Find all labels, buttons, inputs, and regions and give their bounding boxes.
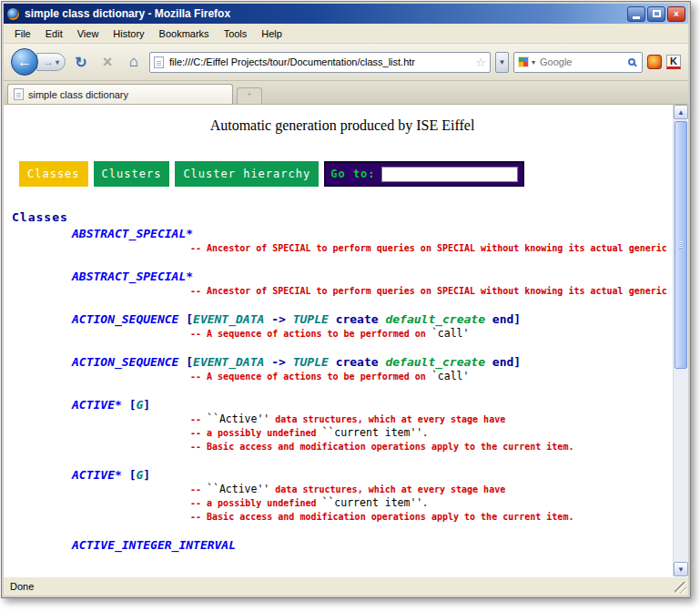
nav-button-classes[interactable]: Classes [19, 161, 88, 187]
code-segment [286, 355, 293, 369]
search-icon[interactable] [628, 58, 635, 66]
tab-simple-class-dictionary[interactable]: simple class dictionary [7, 84, 233, 104]
class-declaration: ACTION_SEQUENCE [EVENT_DATA -> TUPLE cre… [72, 312, 673, 327]
doc-nav-row: ClassesClustersCluster hierarchy Go to: [19, 161, 673, 187]
class-entry: ABSTRACT_SPECIAL*-- Ancestor of SPECIAL … [72, 227, 673, 255]
forward-button[interactable]: →▾ [36, 53, 66, 71]
url-input[interactable] [167, 56, 472, 68]
navigation-toolbar: ← →▾ ↻ × ⌂ ☆ ▼ ▾ K [4, 44, 688, 81]
generation-note: Automatic generation produced by ISE Eif… [12, 117, 673, 134]
code-segment [264, 355, 271, 369]
stop-button[interactable]: × [96, 51, 118, 73]
back-button[interactable]: ← [11, 48, 38, 76]
class-comment: -- Basic access and modification operati… [190, 440, 673, 453]
code-segment: . [422, 498, 428, 508]
code-segment: -- [190, 414, 207, 424]
class-comment: -- A sequence of actions to be performed… [190, 370, 673, 383]
titlebar[interactable]: simple class dictionary - Mozilla Firefo… [4, 4, 688, 24]
menu-history[interactable]: History [106, 25, 151, 42]
status-text: Done [10, 581, 34, 592]
nav-button-clusters[interactable]: Clusters [94, 161, 170, 187]
section-title-classes: Classes [12, 210, 673, 224]
search-engine-dropdown-icon[interactable]: ▾ [532, 58, 535, 66]
search-bar[interactable]: ▾ [513, 52, 643, 73]
vertical-scrollbar[interactable]: ▲ ▼ [673, 105, 688, 576]
minimize-button[interactable] [627, 6, 645, 22]
menu-edit[interactable]: Edit [38, 25, 70, 42]
class-declaration: ACTION_SEQUENCE [EVENT_DATA -> TUPLE cre… [72, 355, 673, 370]
extension-icon-k[interactable]: K [666, 55, 681, 69]
code-segment: ] [143, 398, 150, 412]
refresh-button[interactable]: ↻ [70, 51, 92, 73]
maximize-button[interactable] [647, 6, 665, 22]
class-entry: ACTIVE* [G]-- ``Active'' data structures… [72, 468, 673, 524]
doc-nav-buttons: ClassesClustersCluster hierarchy [19, 161, 319, 187]
code-segment: create [336, 312, 379, 326]
tab-page-icon [14, 88, 24, 100]
class-comment: -- ``Active'' data structures, which at … [190, 412, 673, 426]
home-button[interactable]: ⌂ [123, 51, 145, 73]
resize-grip[interactable] [675, 582, 686, 594]
class-comment: -- a possibly undefined ``current item''… [190, 496, 673, 510]
code-segment [122, 468, 129, 482]
nav-button-cluster-hierarchy[interactable]: Cluster hierarchy [175, 161, 319, 187]
code-segment: ``Active'' [207, 483, 269, 495]
class-link[interactable]: ACTIVE* [72, 398, 122, 412]
status-bar: Done [4, 576, 688, 596]
menu-view[interactable]: View [70, 25, 107, 42]
class-comment: -- ``Active'' data structures, which at … [190, 483, 673, 496]
code-segment: -- a possibly undefined [190, 428, 322, 438]
extension-icon-1[interactable] [647, 55, 662, 69]
menu-bookmarks[interactable]: Bookmarks [152, 25, 217, 42]
scrollbar-track[interactable] [674, 119, 688, 562]
code-segment: -- Ancestor of SPECIAL to perform querie… [190, 286, 667, 296]
content-area: Automatic generation produced by ISE Eif… [4, 105, 688, 576]
close-button[interactable]: × [667, 6, 685, 22]
code-segment: [ [186, 312, 193, 326]
tab-title: simple class dictionary [28, 89, 128, 100]
url-dropdown-button[interactable]: ▼ [495, 52, 509, 73]
class-comment: -- A sequence of actions to be performed… [190, 327, 673, 341]
menu-help[interactable]: Help [254, 25, 289, 42]
new-tab-stub[interactable]: ⁺ [237, 87, 262, 104]
class-declaration: ACTIVE* [G] [72, 468, 673, 483]
history-dropdown-icon[interactable]: ▾ [56, 58, 59, 66]
goto-input[interactable] [381, 167, 518, 182]
code-segment [329, 312, 336, 326]
class-link[interactable]: ABSTRACT_SPECIAL* [72, 227, 193, 240]
class-entry: ABSTRACT_SPECIAL*-- Ancestor of SPECIAL … [72, 270, 673, 298]
class-declaration: ABSTRACT_SPECIAL* [72, 227, 673, 241]
code-segment: ``current item'' [322, 496, 423, 509]
class-link[interactable]: ACTION_SEQUENCE [72, 312, 178, 326]
class-comment: -- Basic access and modification operati… [190, 510, 673, 524]
code-segment: -- A sequence of actions to be performed… [190, 329, 431, 339]
class-link[interactable]: ACTIVE* [72, 468, 122, 482]
code-segment: -- Ancestor of SPECIAL to perform querie… [190, 243, 667, 253]
scrollbar-thumb[interactable] [675, 121, 687, 369]
code-segment: . [422, 428, 428, 438]
firefox-window: simple class dictionary - Mozilla Firefo… [1, 1, 691, 598]
code-segment: -> [271, 312, 286, 326]
address-bar[interactable]: ☆ [149, 52, 491, 73]
bookmark-star-icon[interactable]: ☆ [475, 56, 486, 68]
scroll-down-icon[interactable]: ▼ [674, 562, 688, 576]
code-segment [122, 398, 129, 412]
menu-tools[interactable]: Tools [217, 25, 255, 42]
code-segment: `call' [431, 370, 470, 382]
search-input[interactable] [538, 56, 625, 68]
code-segment: end [492, 355, 513, 369]
class-link[interactable]: ABSTRACT_SPECIAL* [72, 270, 193, 283]
scroll-up-icon[interactable]: ▲ [674, 105, 688, 119]
code-segment [329, 355, 336, 369]
code-segment: ] [143, 468, 150, 482]
class-list: ABSTRACT_SPECIAL*-- Ancestor of SPECIAL … [12, 227, 673, 553]
class-link[interactable]: ACTIVE_INTEGER_INTERVAL [72, 538, 236, 552]
tab-bar: simple class dictionary ⁺ [4, 81, 688, 105]
menu-bar: FileEditViewHistoryBookmarksToolsHelp [4, 24, 688, 44]
class-link[interactable]: ACTION_SEQUENCE [72, 355, 178, 369]
google-logo-icon [518, 56, 529, 67]
class-entry: ACTION_SEQUENCE [EVENT_DATA -> TUPLE cre… [72, 355, 673, 383]
goto-box: Go to: [324, 161, 523, 187]
code-segment: default_create [385, 355, 485, 369]
menu-file[interactable]: File [7, 25, 38, 42]
